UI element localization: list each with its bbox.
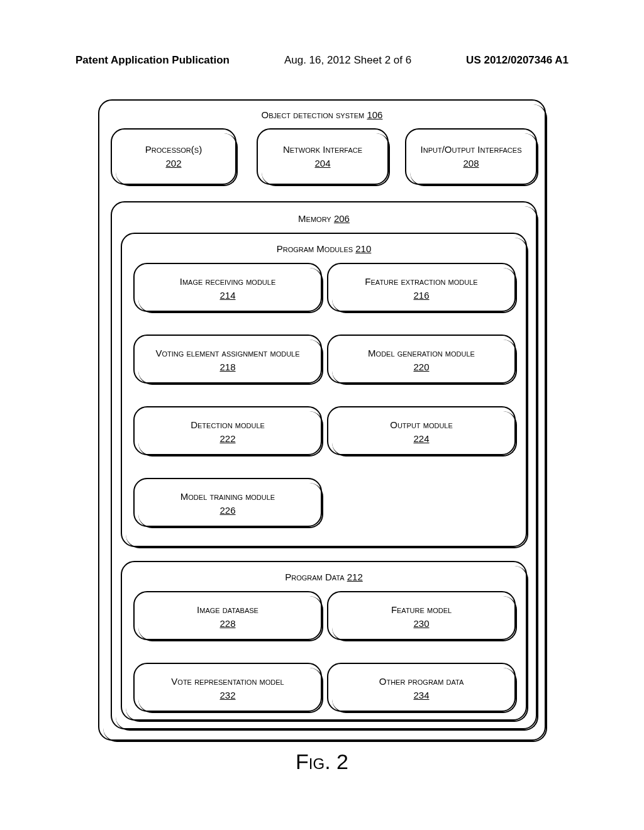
memory-label-text: Memory bbox=[298, 213, 331, 224]
feature-extraction-module-box: Feature extraction module 216 bbox=[327, 263, 516, 312]
data-num: 234 bbox=[413, 689, 429, 702]
program-modules-box: Program Modules 210 Image receiving modu… bbox=[121, 233, 527, 547]
figure-caption: Fig. 2 bbox=[0, 750, 644, 774]
network-interface-num: 204 bbox=[314, 157, 330, 170]
module-num: 222 bbox=[219, 433, 235, 445]
io-interfaces-num: 208 bbox=[463, 157, 479, 170]
system-label-text: Object detection system bbox=[262, 109, 365, 120]
data-num: 232 bbox=[219, 689, 235, 702]
module-num: 214 bbox=[219, 289, 235, 302]
module-label: Feature extraction module bbox=[365, 276, 477, 287]
memory-label: Memory 206 bbox=[112, 202, 536, 225]
module-num: 218 bbox=[219, 361, 235, 374]
page-header: Patent Application Publication Aug. 16, … bbox=[0, 54, 644, 67]
network-interface-label: Network Interface bbox=[283, 144, 362, 155]
module-label: Image receiving module bbox=[180, 276, 275, 287]
output-module-box: Output module 224 bbox=[327, 406, 516, 455]
program-data-label: Program Data 212 bbox=[122, 562, 526, 584]
header-right: US 2012/0207346 A1 bbox=[466, 54, 569, 67]
object-detection-system-label: Object detection system 106 bbox=[99, 109, 545, 120]
data-num: 230 bbox=[413, 617, 429, 630]
data-label: Image database bbox=[197, 604, 258, 615]
header-middle: Aug. 16, 2012 Sheet 2 of 6 bbox=[284, 54, 411, 67]
voting-element-assignment-module-box: Voting element assignment module 218 bbox=[133, 335, 322, 384]
io-interfaces-box: Input/Output Interfaces 208 bbox=[405, 128, 537, 185]
model-generation-module-box: Model generation module 220 bbox=[327, 335, 516, 384]
network-interface-box: Network Interface 204 bbox=[257, 128, 389, 185]
processors-num: 202 bbox=[165, 157, 181, 170]
data-num: 228 bbox=[219, 617, 235, 630]
header-left: Patent Application Publication bbox=[75, 54, 230, 67]
model-training-module-box: Model training module 226 bbox=[133, 478, 322, 527]
diagram: Object detection system 106 Processor(s)… bbox=[98, 99, 546, 741]
object-detection-system-box: Object detection system 106 Processor(s)… bbox=[98, 99, 546, 741]
program-data-num: 212 bbox=[347, 571, 363, 584]
image-receiving-module-box: Image receiving module 214 bbox=[133, 263, 322, 312]
module-label: Detection module bbox=[191, 419, 265, 430]
other-program-data-box: Other program data 234 bbox=[327, 663, 516, 712]
image-database-box: Image database 228 bbox=[133, 591, 322, 640]
module-num: 224 bbox=[413, 433, 429, 445]
data-label: Other program data bbox=[379, 676, 464, 687]
program-data-label-text: Program Data bbox=[285, 572, 344, 582]
processors-box: Processor(s) 202 bbox=[111, 128, 236, 185]
program-modules-label-text: Program Modules bbox=[277, 243, 353, 254]
system-label-num: 106 bbox=[367, 109, 382, 120]
memory-box: Memory 206 Program Modules 210 Image rec… bbox=[111, 201, 537, 729]
io-interfaces-label: Input/Output Interfaces bbox=[421, 144, 522, 155]
module-label: Output module bbox=[390, 419, 453, 430]
processors-label: Processor(s) bbox=[145, 144, 202, 155]
module-num: 226 bbox=[219, 504, 235, 517]
data-label: Vote representation model bbox=[171, 676, 284, 687]
program-modules-label: Program Modules 210 bbox=[122, 234, 526, 255]
memory-num: 206 bbox=[334, 213, 350, 225]
detection-module-box: Detection module 222 bbox=[133, 406, 322, 455]
module-label: Model generation module bbox=[368, 348, 475, 358]
program-modules-num: 210 bbox=[355, 243, 371, 255]
module-num: 216 bbox=[413, 289, 429, 302]
module-label: Model training module bbox=[180, 491, 275, 502]
data-label: Feature model bbox=[391, 604, 452, 615]
module-num: 220 bbox=[413, 361, 429, 374]
module-label: Voting element assignment module bbox=[155, 348, 299, 358]
program-data-box: Program Data 212 Image database 228 Feat… bbox=[121, 561, 527, 721]
feature-model-box: Feature model 230 bbox=[327, 591, 516, 640]
vote-representation-model-box: Vote representation model 232 bbox=[133, 663, 322, 712]
